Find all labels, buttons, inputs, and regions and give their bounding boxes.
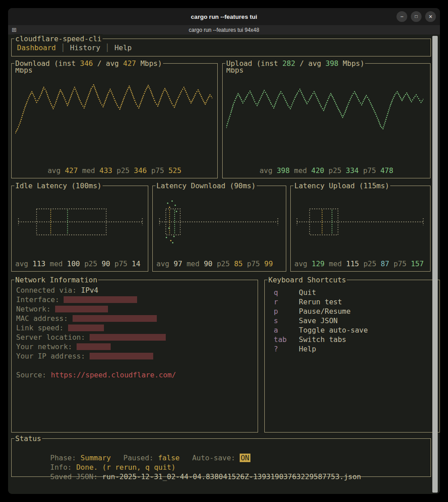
network-info-title: Network Information: [14, 275, 98, 285]
shortcut-action: Quit: [299, 288, 316, 297]
network-row-label: Network:: [16, 305, 51, 313]
keyboard-shortcuts-panel: Keyboard Shortcuts qQuitrRerun testpPaus…: [264, 280, 440, 433]
window-title: cargo run --features tui: [191, 13, 257, 20]
saved-json-filename: run-2025-12-31_02-44-04.838041526Z-13931…: [102, 472, 361, 481]
redacted-value: [73, 315, 157, 322]
minimize-button[interactable]: −: [396, 11, 407, 22]
stat-value: 129: [312, 260, 329, 268]
shortcut-action: Help: [299, 344, 316, 354]
title-segment: 282: [282, 59, 295, 68]
tab-dashboard[interactable]: Dashboard: [17, 43, 56, 52]
shortcut-action: Toggle auto-save: [299, 325, 368, 335]
shortcut-row: rRerun test: [269, 297, 435, 307]
network-row-label: Your network:: [16, 342, 72, 351]
stat-label: p25: [217, 260, 234, 268]
network-row-value: IPv4: [81, 286, 99, 294]
network-row: Your network:: [16, 342, 253, 351]
network-row-label: MAC address:: [16, 314, 68, 323]
redacted-value: [68, 325, 104, 331]
shortcut-row: ?Help: [269, 344, 435, 354]
paused-label: Paused:: [123, 454, 153, 462]
titlebar[interactable]: cargo run --features tui − □ ×: [8, 8, 440, 25]
shortcut-rows: qQuitrRerun testpPause/ResumesSave JSONa…: [269, 288, 435, 354]
status-title: Status: [14, 434, 42, 443]
maximize-icon: □: [415, 14, 418, 19]
stat-value: 14: [132, 260, 140, 268]
stat-value: 115: [346, 260, 364, 268]
stat-value: 113: [33, 260, 50, 268]
stat-label: med: [329, 260, 346, 268]
network-row: Interface:: [16, 295, 253, 304]
network-rows: Connected via:IPv4Interface:Network:MAC …: [16, 286, 253, 361]
stat-label: p25: [363, 260, 381, 268]
network-row: Server location:: [16, 333, 253, 342]
stat-label: p75: [363, 166, 380, 175]
network-row: Link speed:: [16, 323, 253, 333]
shortcut-row: aToggle auto-save: [269, 325, 435, 335]
upload-chart-panel: Upload (inst 282 / avg 398 Mbps) Mbps av…: [222, 63, 431, 178]
idle-latency-boxplot: [15, 196, 144, 248]
network-info-panel: Network Information Connected via:IPv4In…: [11, 280, 258, 433]
title-segment: Upload (inst: [226, 59, 282, 68]
stat-label: avg: [294, 260, 312, 268]
scrollbar[interactable]: [432, 36, 438, 493]
stat-value: 85: [234, 260, 247, 268]
download-chart-title: Download (inst 346 / avg 427 Mbps): [14, 59, 163, 68]
phase-value: Summary: [81, 454, 111, 462]
shortcut-key: ?: [274, 344, 299, 354]
network-row: Connected via:IPv4: [16, 286, 253, 295]
stat-label: p75: [247, 260, 264, 268]
redacted-value: [64, 296, 137, 303]
stat-label: avg: [259, 166, 277, 175]
stat-value: 433: [99, 166, 117, 175]
source-url-link[interactable]: https://speed.cloudflare.com/: [51, 371, 176, 379]
stat-value: 90: [102, 260, 115, 268]
terminal-tab-title[interactable]: cargo run --features tui 94x48: [189, 27, 259, 33]
stat-label: p25: [328, 166, 346, 175]
network-row: MAC address:: [16, 314, 253, 323]
network-row: Network:: [16, 304, 253, 314]
stat-label: med: [82, 166, 99, 175]
app-title: cloudflare-speed-cli: [14, 34, 103, 43]
latency-upload-boxplot: [294, 196, 426, 248]
idle-latency-stats: avg 113 med 100 p25 90 p75 14: [15, 259, 144, 268]
phase-label: Phase:: [50, 454, 76, 462]
redacted-value: [55, 306, 108, 312]
upload-stats: avg 398 med 420 p25 334 p75 478: [226, 166, 426, 175]
maximize-button[interactable]: □: [411, 11, 422, 22]
latency-download-boxplot: [156, 196, 282, 248]
stat-value: 87: [381, 260, 394, 268]
stat-value: 525: [168, 166, 181, 175]
tab-history[interactable]: History: [70, 43, 100, 52]
stat-value: 90: [204, 260, 217, 268]
shortcut-action: Pause/Resume: [299, 307, 351, 316]
stat-label: p75: [151, 166, 168, 175]
shortcut-row: sSave JSON: [269, 316, 435, 325]
title-segment: / avg: [295, 59, 325, 68]
shortcut-key: p: [274, 307, 299, 316]
stat-label: avg: [15, 260, 33, 268]
download-scatter-chart: [15, 77, 212, 152]
redacted-value: [90, 334, 166, 341]
latency-download-stats: avg 97 med 90 p25 85 p75 99: [156, 259, 282, 268]
tab-help[interactable]: Help: [114, 43, 132, 52]
shortcut-row: tabSwitch tabs: [269, 335, 435, 344]
tab-separator: │: [105, 43, 110, 52]
shortcut-action: Switch tabs: [299, 335, 346, 344]
shortcut-row: pPause/Resume: [269, 307, 435, 316]
upload-scatter-chart: [226, 77, 423, 152]
title-segment: 398: [326, 59, 339, 68]
stat-label: med: [294, 166, 311, 175]
stat-value: 478: [380, 166, 393, 175]
stat-value: 100: [67, 260, 85, 268]
stat-label: p75: [394, 260, 411, 268]
split-grid-icon[interactable]: ⊞: [12, 25, 17, 35]
latency-upload-title: Latency Upload (115ms): [293, 181, 390, 190]
title-segment: / avg: [93, 59, 123, 68]
close-button[interactable]: ×: [425, 11, 436, 22]
stat-value: 157: [411, 260, 424, 268]
app-header-box: cloudflare-speed-cli Dashboard │ History…: [11, 39, 431, 56]
stat-value: 346: [134, 166, 151, 175]
download-chart-panel: Download (inst 346 / avg 427 Mbps) Mbps …: [11, 63, 218, 178]
keyboard-shortcuts-title: Keyboard Shortcuts: [267, 275, 347, 285]
